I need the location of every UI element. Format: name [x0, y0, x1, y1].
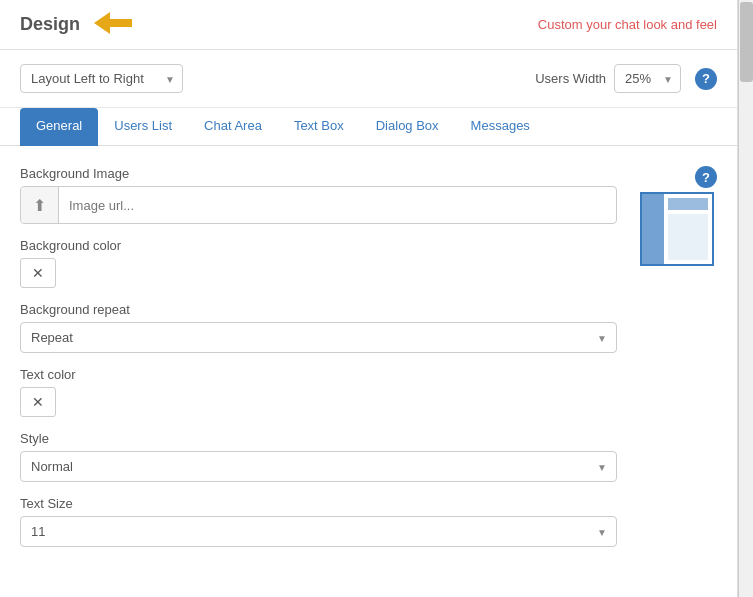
- users-width-group: Users Width 25% 30% 35% 40% 20% ▼ ?: [535, 64, 717, 93]
- text-size-select-wrapper[interactable]: 11 12 13 14 15 16 ▼: [20, 516, 617, 547]
- image-input-row: ⬆: [20, 186, 617, 224]
- form-content: Background Image ⬆ Background color ✕: [0, 146, 737, 581]
- tab-dialog-box[interactable]: Dialog Box: [360, 108, 455, 146]
- layout-preview: [640, 192, 714, 266]
- tab-chat-area[interactable]: Chat Area: [188, 108, 278, 146]
- background-repeat-field: Background repeat Repeat No Repeat Repea…: [20, 302, 617, 353]
- preview-top-bar: [668, 198, 708, 210]
- tab-text-box[interactable]: Text Box: [278, 108, 360, 146]
- background-color-field: Background color ✕: [20, 238, 617, 288]
- preview-help-icon[interactable]: ?: [695, 166, 717, 188]
- preview-main: [664, 194, 712, 264]
- preview-content-area: [668, 214, 708, 260]
- background-color-label: Background color: [20, 238, 617, 253]
- upload-button[interactable]: ⬆: [21, 187, 59, 223]
- svg-marker-0: [94, 12, 132, 34]
- tabs-bar: General Users List Chat Area Text Box Di…: [0, 108, 737, 146]
- header-subtitle: Custom your chat look and feel: [538, 17, 717, 32]
- tab-users-list[interactable]: Users List: [98, 108, 188, 146]
- form-preview-panel: ?: [637, 166, 717, 561]
- form-left: Background Image ⬆ Background color ✕: [20, 166, 617, 561]
- text-color-field: Text color ✕: [20, 367, 617, 417]
- layout-select-wrapper[interactable]: Layout Left to Right Layout Right to Lef…: [20, 64, 183, 93]
- scrollbar-thumb[interactable]: [740, 2, 753, 82]
- background-image-field: Background Image ⬆: [20, 166, 617, 224]
- text-size-select[interactable]: 11 12 13 14 15 16: [20, 516, 617, 547]
- page-title: Design: [20, 14, 80, 35]
- color-x-icon: ✕: [32, 265, 44, 281]
- background-color-swatch[interactable]: ✕: [20, 258, 56, 288]
- users-width-select[interactable]: 25% 30% 35% 40% 20%: [614, 64, 681, 93]
- background-repeat-select[interactable]: Repeat No Repeat Repeat X Repeat Y: [20, 322, 617, 353]
- users-width-help-icon[interactable]: ?: [695, 68, 717, 90]
- users-width-label: Users Width: [535, 71, 606, 86]
- style-label: Style: [20, 431, 617, 446]
- background-repeat-label: Background repeat: [20, 302, 617, 317]
- header: Design Custom your chat look and feel: [0, 0, 737, 50]
- background-repeat-select-wrapper[interactable]: Repeat No Repeat Repeat X Repeat Y ▼: [20, 322, 617, 353]
- style-field: Style Normal Bold Italic ▼: [20, 431, 617, 482]
- image-url-input[interactable]: [59, 192, 616, 219]
- style-select-wrapper[interactable]: Normal Bold Italic ▼: [20, 451, 617, 482]
- tab-general[interactable]: General: [20, 108, 98, 146]
- toolbar: Layout Left to Right Layout Right to Lef…: [0, 50, 737, 108]
- style-select[interactable]: Normal Bold Italic: [20, 451, 617, 482]
- text-color-x-icon: ✕: [32, 394, 44, 410]
- back-arrow-icon: [94, 12, 132, 37]
- text-color-swatch[interactable]: ✕: [20, 387, 56, 417]
- scrollbar[interactable]: [738, 0, 753, 597]
- tab-messages[interactable]: Messages: [455, 108, 546, 146]
- background-image-label: Background Image: [20, 166, 617, 181]
- preview-sidebar: [642, 194, 664, 264]
- text-size-field: Text Size 11 12 13 14 15 16 ▼: [20, 496, 617, 547]
- text-color-label: Text color: [20, 367, 617, 382]
- layout-select[interactable]: Layout Left to Right Layout Right to Lef…: [20, 64, 183, 93]
- upload-icon: ⬆: [33, 196, 46, 215]
- users-width-select-wrapper[interactable]: 25% 30% 35% 40% 20% ▼: [614, 64, 681, 93]
- text-size-label: Text Size: [20, 496, 617, 511]
